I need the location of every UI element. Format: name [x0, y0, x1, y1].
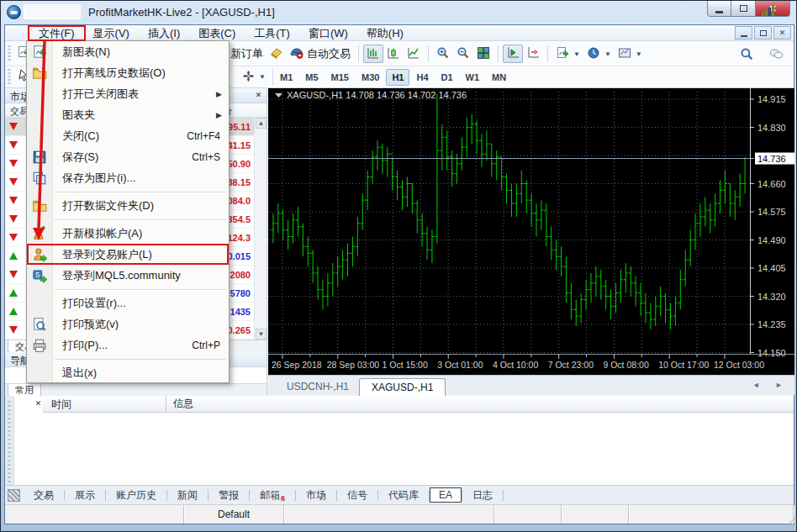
terminal-tab-item-2[interactable]: 展示 [65, 487, 105, 504]
chart-tab-usdcnh[interactable]: USDCNH-,H1 [275, 378, 361, 396]
mdi-minimize-button[interactable] [735, 26, 752, 40]
scroll-up-icon[interactable]: ▲ [256, 118, 267, 129]
terminal-table-header[interactable]: 时间 信息 [43, 396, 794, 413]
tab-common[interactable]: 常用 [8, 384, 41, 397]
auto-scroll-button[interactable] [503, 45, 523, 63]
timeframe-d1-button[interactable]: D1 [435, 69, 459, 86]
terminal-tab-item-3[interactable]: 账户历史 [106, 487, 166, 504]
menubar-item-5[interactable]: 工具(T) [245, 25, 299, 41]
timeframe-w1-button[interactable]: W1 [460, 69, 486, 86]
history-center-button[interactable] [267, 45, 287, 63]
time-column-header[interactable]: 时间 [51, 398, 71, 412]
terminal-tab-item-5[interactable]: 警报 [208, 487, 249, 504]
line-chart-button[interactable] [404, 45, 424, 63]
terminal-tab-item-1[interactable]: 交易 [24, 487, 64, 504]
toolbar-grip-2[interactable] [8, 69, 11, 86]
timeframe-m30-button[interactable]: M30 [356, 69, 385, 86]
community-icon [769, 47, 784, 61]
bar-chart-button[interactable] [363, 45, 383, 63]
periods-button[interactable]: ▼ [583, 45, 615, 63]
bid-price: 38.15 [227, 177, 251, 187]
file-menu-item-2[interactable]: 打开离线历史数据(O) [27, 62, 229, 83]
file-menu-item-19[interactable]: 退出(x) [27, 362, 229, 383]
chart-shift-button[interactable] [523, 45, 543, 63]
terminal-tab-item-4[interactable]: 新闻 [167, 487, 208, 504]
price-chart[interactable]: 14.91514.83014.73614.66014.57514.49014.4… [268, 88, 794, 375]
terminal-tab-item-8[interactable]: 信号 [337, 487, 377, 504]
file-menu-item-7[interactable]: 保存为图片(i)... [27, 167, 229, 188]
timeframe-h1-button[interactable]: H1 [386, 69, 409, 86]
bid-price: 50.90 [227, 159, 251, 169]
file-menu-item-5[interactable]: 关闭(C)Ctrl+F4 [27, 125, 229, 146]
mdi-close-icon: ✕ [779, 29, 786, 37]
chart-window[interactable]: 14.91514.83014.73614.66014.57514.49014.4… [268, 88, 794, 375]
candlestick-button[interactable] [383, 45, 404, 63]
search-button[interactable] [736, 45, 757, 63]
timeframe-m1-button[interactable]: M1 [274, 69, 298, 86]
timeframe-mn-button[interactable]: MN [486, 69, 512, 86]
menubar-item-2[interactable]: 显示(V) [84, 25, 139, 41]
zoom-in-button[interactable] [433, 45, 453, 63]
chart-tab-bar: USDCNH-,H1 XAGUSD-,H1 ◄ ► [268, 375, 794, 395]
zoom-in-icon [436, 46, 450, 60]
svg-text:14.150: 14.150 [757, 348, 786, 358]
file-menu-item-6[interactable]: 保存(S)Ctrl+S [27, 146, 229, 167]
scroll-down-icon[interactable]: ▼ [256, 329, 267, 340]
svg-text:14.736: 14.736 [757, 154, 786, 164]
menubar-item-3[interactable]: 插入(I) [139, 25, 189, 41]
file-menu-item-3[interactable]: 打开已关闭图表▶ [27, 83, 229, 104]
menu-item-label: 新图表(N) [62, 45, 110, 60]
chart-header-ohlc: XAGUSD-,H1 14.708 14.736 14.702 14.736 [287, 90, 467, 100]
menu-bar[interactable]: 文件(F)显示(V)插入(I)图表(C)工具(T)窗口(W)帮助(H) ✕ [5, 25, 794, 41]
file-menu-item-1[interactable]: 新图表(N) [27, 41, 229, 62]
autotrading-button[interactable]: 自动交易 [287, 45, 354, 63]
timeframe-m5-button[interactable]: M5 [299, 69, 324, 86]
chart-tab-xagusd[interactable]: XAGUSD-,H1 [359, 378, 446, 396]
menu-item-label: 打开已关闭图表 [62, 87, 139, 102]
timeframe-h4-button[interactable]: H4 [410, 69, 434, 86]
title-bar[interactable]: ProfitMarketHK-Live2 - [XAGUSD-,H1] ✕ [1, 1, 797, 24]
arrows-tool-button[interactable]: ▼ [239, 68, 269, 87]
mdi-restore-button[interactable] [754, 26, 772, 40]
status-bar: Default [5, 504, 794, 524]
file-menu-item-16[interactable]: 打印预览(v) [27, 313, 229, 334]
terminal-tab-item-7[interactable]: 市场 [296, 487, 336, 504]
community-button[interactable] [766, 45, 787, 63]
market-watch-close-button[interactable]: ✕ [253, 90, 264, 101]
terminal-tab-item-9[interactable]: 代码库 [378, 487, 429, 504]
message-column-header[interactable]: 信息 [166, 396, 193, 412]
search-icon [740, 47, 754, 61]
maximize-button[interactable] [731, 1, 755, 17]
timeframe-m15-button[interactable]: M15 [325, 69, 355, 86]
minimize-icon [715, 11, 723, 13]
file-menu-item-11[interactable]: 开新模拟帐户(A) [27, 223, 229, 244]
file-menu-item-15[interactable]: 打印设置(r)... [27, 292, 229, 313]
templates-button[interactable]: ▼ [615, 45, 646, 63]
save-icon [32, 150, 47, 165]
zoom-out-button[interactable] [453, 45, 473, 63]
mdi-close-button[interactable]: ✕ [773, 26, 791, 40]
minimize-button[interactable] [707, 1, 731, 17]
file-menu-item-13[interactable]: 5登录到MQL5.community [27, 265, 229, 286]
resize-grip[interactable] [783, 518, 794, 529]
menu-item-label: 打印(P)... [62, 338, 108, 353]
file-menu-item-9[interactable]: 打开数据文件夹(D) [27, 195, 229, 216]
arrow-down-icon [9, 160, 18, 167]
terminal-tab-item-11[interactable]: 日志 [462, 487, 503, 504]
tile-windows-icon [477, 46, 490, 60]
indicators-button[interactable]: ▼ [552, 45, 583, 63]
toolbar-grip[interactable] [8, 45, 11, 62]
file-menu-item-4[interactable]: 图表夹▶ [27, 104, 229, 125]
menubar-item-6[interactable]: 窗口(W) [299, 25, 357, 41]
chart-tab-scroll-icons[interactable]: ◄ ► [752, 381, 789, 389]
terminal-tab-ea[interactable]: EA [430, 487, 462, 503]
menubar-item-7[interactable]: 帮助(H) [357, 25, 413, 41]
market-watch-scrollbar[interactable]: ▲ ▼ [254, 118, 267, 340]
tile-windows-button[interactable] [473, 45, 494, 63]
terminal-tab-item-6[interactable]: 邮箱6 [250, 487, 295, 504]
file-menu-item-17[interactable]: 打印(P)...Ctrl+P [27, 334, 229, 356]
menubar-item-4[interactable]: 图表(C) [189, 25, 245, 41]
file-menu-item-12[interactable]: 登录到交易账户(L) [27, 244, 229, 265]
terminal-body [15, 413, 794, 485]
indicators-icon [556, 46, 569, 60]
